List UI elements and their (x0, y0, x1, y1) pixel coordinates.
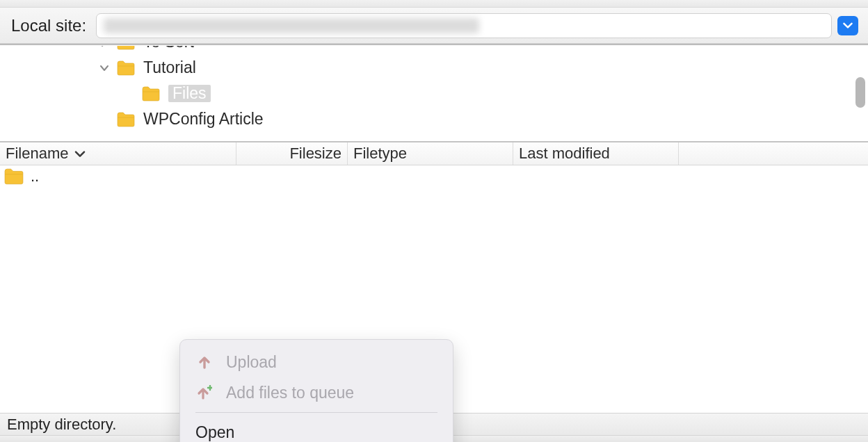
tree-item-to-sort[interactable]: To Sort (0, 46, 868, 55)
column-header-filename[interactable]: Filename (0, 142, 236, 165)
local-path-dropdown-button[interactable] (837, 16, 858, 35)
file-list-pane[interactable]: .. Upload Add files to queue Open Edit (0, 165, 868, 413)
local-path-bar: Local site: (0, 8, 868, 44)
status-text: Empty directory. (7, 416, 116, 434)
tree-item-wpconfig-article[interactable]: WPConfig Article (0, 106, 868, 132)
tree-item-label: Tutorial (143, 59, 196, 76)
local-site-label: Local site: (11, 16, 86, 35)
local-directory-tree[interactable]: To Sort Tutorial Files WPConfig Article (0, 46, 868, 142)
menu-open[interactable]: Open (180, 417, 453, 442)
column-header-label: Filetype (353, 145, 407, 163)
column-header-filetype[interactable]: Filetype (348, 142, 513, 165)
column-header-last-modified[interactable]: Last modified (513, 142, 679, 165)
column-header-filesize[interactable]: Filesize (236, 142, 348, 165)
file-list-column-header: Filename Filesize Filetype Last modified (0, 142, 868, 165)
folder-icon (142, 86, 160, 101)
menu-item-label: Upload (226, 353, 277, 372)
add-to-queue-icon (195, 384, 214, 402)
local-path-input[interactable] (96, 13, 832, 38)
chevron-right-icon[interactable] (97, 46, 111, 49)
menu-item-label: Open (195, 423, 234, 442)
tree-scrollbar[interactable] (854, 46, 867, 141)
folder-icon (117, 60, 135, 76)
parent-directory-label: .. (31, 167, 39, 186)
column-header-label: Filesize (289, 145, 341, 163)
menu-item-label: Add files to queue (226, 384, 354, 402)
column-header-label: Last modified (519, 145, 610, 163)
chevron-down-icon[interactable] (97, 61, 111, 75)
parent-directory-row[interactable]: .. (0, 165, 868, 188)
folder-icon (117, 46, 135, 50)
tree-item-label: To Sort (143, 46, 194, 51)
window-top-strip (0, 0, 868, 8)
upload-icon (195, 353, 214, 371)
tree-item-files[interactable]: Files (0, 81, 868, 106)
context-menu: Upload Add files to queue Open Edit Crea… (179, 339, 453, 442)
folder-icon (117, 112, 135, 127)
tree-item-tutorial[interactable]: Tutorial (0, 55, 868, 81)
column-header-label: Filename (6, 145, 68, 163)
menu-add-files-to-queue: Add files to queue (180, 377, 453, 408)
menu-separator (195, 412, 437, 413)
sort-descending-icon (74, 145, 86, 163)
tree-item-label: Files (168, 85, 211, 102)
menu-upload: Upload (180, 347, 453, 377)
tree-item-label: WPConfig Article (143, 110, 264, 128)
folder-icon (4, 168, 24, 185)
tree-scrollbar-thumb[interactable] (855, 77, 865, 108)
local-path-value-obscured (104, 18, 479, 33)
